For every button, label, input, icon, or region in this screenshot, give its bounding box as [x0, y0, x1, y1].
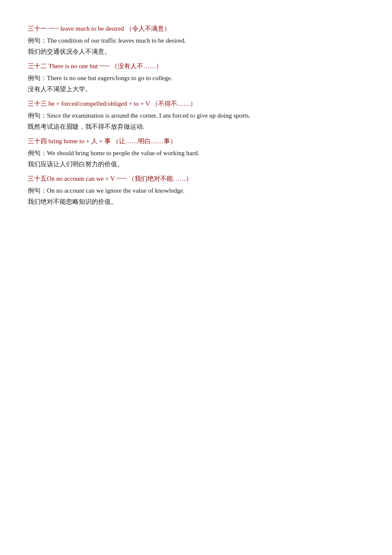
section-33-example: 例句：Since the examination is around the c…	[28, 110, 364, 121]
section-31-title: 三十一 ~~~ leave much to be desired （令人不满意）	[28, 23, 364, 34]
section-32: 三十二 There is no one but ~~~ （没有人不……） 例句：…	[28, 61, 364, 94]
section-35-title: 三十五On no account can we + V ~~~ （我们绝对不能……	[28, 173, 364, 184]
section-34-example: 例句：We should bring home to people the va…	[28, 148, 364, 158]
section-34-title: 三十四 bring home to + 人 + 事 （让……明白……事）	[28, 136, 364, 146]
section-31-example: 例句：The condition of our traffic leaves m…	[28, 35, 364, 46]
example-label: 例句：	[28, 112, 47, 119]
example-label: 例句：	[28, 37, 47, 44]
section-33: 三十三 be + forced/compelled/obliged + to +…	[28, 98, 364, 132]
example-label: 例句：	[28, 187, 47, 194]
section-34-translation: 我们应该让人们明白努力的价值。	[28, 159, 364, 169]
section-32-translation: 没有人不渴望上大学。	[28, 84, 364, 94]
example-text: The condition of our traffic leaves much…	[47, 37, 186, 44]
section-32-title: 三十二 There is no one but ~~~ （没有人不……）	[28, 61, 364, 71]
section-34: 三十四 bring home to + 人 + 事 （让……明白……事） 例句：…	[28, 136, 364, 169]
example-text: Since the examination is around the corn…	[47, 112, 251, 119]
example-label: 例句：	[28, 75, 47, 81]
section-31: 三十一 ~~~ leave much to be desired （令人不满意）…	[28, 23, 364, 57]
example-text: We should bring home to people the value…	[47, 150, 199, 156]
section-33-title: 三十三 be + forced/compelled/obliged + to +…	[28, 98, 364, 109]
example-label: 例句：	[28, 150, 47, 156]
section-31-translation: 我们的交通状况令人不满意。	[28, 46, 364, 57]
page-content: 三十一 ~~~ leave much to be desired （令人不满意）…	[28, 23, 364, 207]
section-35: 三十五On no account can we + V ~~~ （我们绝对不能……	[28, 173, 364, 207]
section-32-example: 例句：There is no one but eagers/longs to g…	[28, 73, 364, 83]
section-35-translation: 我们绝对不能忽略知识的价值。	[28, 197, 364, 207]
example-text: On no account can we ignore the value of…	[47, 187, 184, 194]
example-text: There is no one but eagers/longs to go t…	[47, 75, 173, 81]
section-35-example: 例句：On no account can we ignore the value…	[28, 185, 364, 196]
section-33-translation: 既然考试迫在眉睫，我不得不放弃做运动.	[28, 121, 364, 132]
